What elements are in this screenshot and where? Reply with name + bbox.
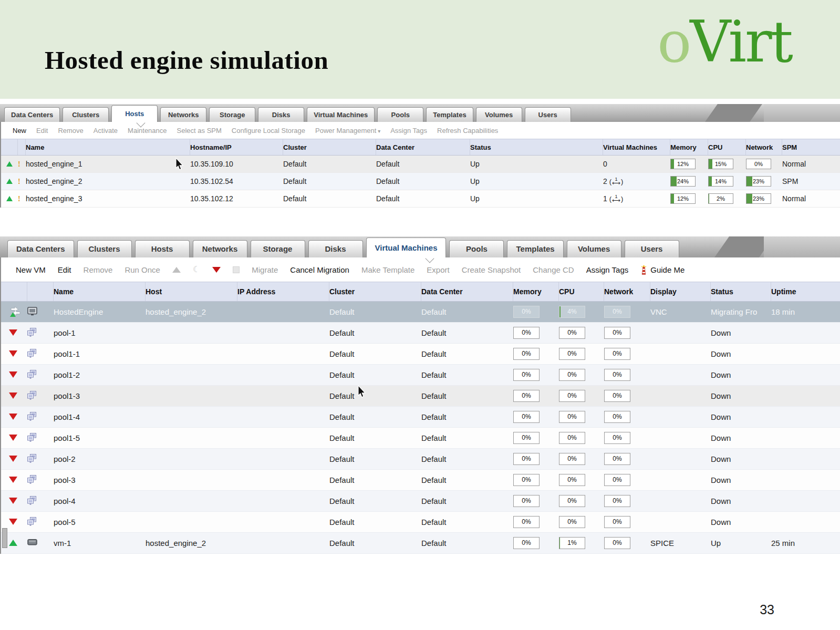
column-header[interactable]: Virtual Machines xyxy=(603,139,670,155)
tab[interactable]: Clusters xyxy=(63,107,109,122)
pool-icon xyxy=(27,517,37,528)
column-header[interactable]: Name xyxy=(26,139,190,155)
run-icon[interactable] xyxy=(172,267,181,273)
change-cd-button[interactable]: Change CD xyxy=(533,265,574,274)
toolbar-button[interactable]: Activate xyxy=(94,127,118,135)
column-header[interactable]: Status xyxy=(711,282,771,301)
table-row[interactable]: vm-1 hosted_engine_2 Default Default 0% … xyxy=(1,533,840,554)
table-row[interactable]: ! hosted_engine_2 10.35.102.54 Default D… xyxy=(1,173,840,190)
column-header[interactable]: Data Center xyxy=(376,139,470,155)
tab[interactable]: Storage xyxy=(209,107,255,122)
column-header[interactable]: Memory xyxy=(513,282,559,301)
tab[interactable]: Templates xyxy=(507,240,563,257)
tab-label: Clusters xyxy=(89,244,120,253)
column-header[interactable]: Cluster xyxy=(329,282,421,301)
tab[interactable]: Templates xyxy=(426,107,473,122)
tab[interactable]: Data Centers xyxy=(4,107,60,122)
column-header[interactable]: Display xyxy=(650,282,711,301)
stop-icon[interactable] xyxy=(233,266,240,273)
tab[interactable]: Virtual Machines xyxy=(366,237,447,257)
tab[interactable]: Users xyxy=(525,107,571,122)
tab[interactable]: Pools xyxy=(377,107,423,122)
tab[interactable]: Disks xyxy=(308,240,363,257)
toolbar-button[interactable]: Refresh Capabilities xyxy=(437,127,498,135)
edit-button[interactable]: Edit xyxy=(58,265,71,274)
tab[interactable]: Storage xyxy=(251,240,305,257)
tab[interactable]: Pools xyxy=(449,240,504,257)
table-row[interactable]: pool1-4 Default Default 0% 0% 0% Down xyxy=(1,407,840,428)
column-header[interactable]: Memory xyxy=(670,139,708,155)
status-down-icon xyxy=(9,498,17,504)
scrollbar-thumb[interactable] xyxy=(2,528,7,548)
cancel-migration-button[interactable]: Cancel Migration xyxy=(290,265,349,274)
export-button[interactable]: Export xyxy=(427,265,449,274)
table-row[interactable]: pool1-5 Default Default 0% 0% 0% Down xyxy=(1,428,840,449)
table-row[interactable]: pool-4 Default Default 0% 0% 0% Down xyxy=(1,491,840,512)
table-row[interactable]: pool1-1 Default Default 0% 0% 0% Down xyxy=(1,344,840,365)
column-header[interactable]: Uptime xyxy=(771,282,840,301)
toolbar-button[interactable]: Power Management xyxy=(315,127,380,135)
network-usage-bar: 0% xyxy=(604,369,630,381)
tab[interactable]: Networks xyxy=(160,107,206,122)
column-header[interactable]: Network xyxy=(604,282,650,301)
table-row[interactable]: pool1-2 Default Default 0% 0% 0% Down xyxy=(1,365,840,386)
column-header[interactable]: CPU xyxy=(708,139,746,155)
migrate-button[interactable]: Migrate xyxy=(252,265,278,274)
toolbar-button[interactable]: Edit xyxy=(36,127,48,135)
network-usage-bar: 0% xyxy=(604,411,630,423)
tab[interactable]: Data Centers xyxy=(7,240,74,257)
shutdown-icon[interactable] xyxy=(212,267,221,273)
toolbar-button[interactable]: Maintenance xyxy=(128,127,167,135)
column-header[interactable]: IP Address xyxy=(237,282,329,301)
cell-name: pool1-4 xyxy=(54,412,146,421)
column-header[interactable]: Network xyxy=(746,139,782,155)
cell-cluster: Default xyxy=(283,160,376,168)
cpu-usage-bar: 0% xyxy=(559,411,585,423)
tab[interactable]: Users xyxy=(625,240,679,257)
pool-icon xyxy=(27,370,37,380)
new-vm-button[interactable]: New VM xyxy=(16,265,46,274)
column-header[interactable]: Hostname/IP xyxy=(190,139,283,155)
table-row[interactable]: pool-5 Default Default 0% 0% 0% Down xyxy=(1,512,840,533)
table-row[interactable]: ! hosted_engine_3 10.35.102.12 Default D… xyxy=(1,190,840,208)
column-header[interactable]: Cluster xyxy=(283,139,376,155)
toolbar-button[interactable]: Assign Tags xyxy=(390,127,427,135)
status-up-icon xyxy=(6,179,13,184)
column-header[interactable]: Name xyxy=(54,282,146,301)
toolbar-button[interactable]: Remove xyxy=(58,127,83,135)
table-row[interactable]: pool-1 Default Default 0% 0% 0% Down xyxy=(1,323,840,344)
toolbar-button[interactable]: Select as SPM xyxy=(177,127,222,135)
suspend-icon[interactable]: ☾ xyxy=(193,265,200,274)
cell-data-center: Default xyxy=(421,328,513,337)
table-row[interactable]: pool-3 Default Default 0% 0% 0% Down xyxy=(1,470,840,491)
make-template-button[interactable]: Make Template xyxy=(361,265,414,274)
table-row[interactable]: pool1-3 Default Default 0% 0% 0% Down xyxy=(1,386,840,407)
column-header[interactable]: Data Center xyxy=(421,282,513,301)
guide-me-button[interactable]: Guide Me xyxy=(640,265,685,275)
assign-tags-button[interactable]: Assign Tags xyxy=(586,265,629,274)
run-once-button[interactable]: Run Once xyxy=(125,265,160,274)
column-header[interactable]: CPU xyxy=(559,282,604,301)
tab[interactable]: Hosts xyxy=(135,240,190,257)
table-row[interactable]: ! hosted_engine_1 10.35.109.10 Default D… xyxy=(1,156,840,173)
tab[interactable]: Clusters xyxy=(77,240,132,257)
tab-label: Data Centers xyxy=(11,111,53,119)
remove-button[interactable]: Remove xyxy=(84,265,113,274)
column-header[interactable]: Status xyxy=(470,139,603,155)
table-row[interactable]: pool-2 Default Default 0% 0% 0% Down xyxy=(1,449,840,470)
create-snapshot-button[interactable]: Create Snapshot xyxy=(462,265,521,274)
tab[interactable]: Virtual Machines xyxy=(307,107,375,122)
table-row[interactable]: HostedEngine hosted_engine_2 Default Def… xyxy=(1,302,840,323)
tab[interactable]: Networks xyxy=(193,240,247,257)
tab[interactable]: Volumes xyxy=(567,240,621,257)
column-header[interactable]: SPM xyxy=(782,139,840,155)
alert-icon: ! xyxy=(18,178,20,185)
cpu-usage-bar: 2% xyxy=(708,193,733,204)
tab[interactable]: Volumes xyxy=(476,107,522,122)
tab[interactable]: Disks xyxy=(258,107,304,122)
cell-uptime: 18 min xyxy=(771,307,840,316)
toolbar-button[interactable]: Configure Local Storage xyxy=(232,127,305,135)
toolbar-button[interactable]: New xyxy=(13,127,26,135)
column-header[interactable]: Host xyxy=(146,282,237,301)
tab[interactable]: Hosts xyxy=(111,105,158,122)
